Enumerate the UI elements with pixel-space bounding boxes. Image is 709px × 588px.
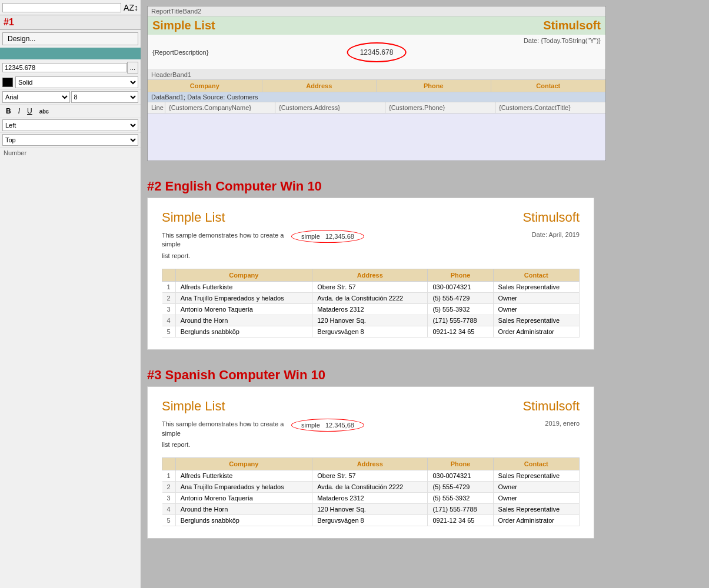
table-row: 2Ana Trujillo Emparedados y heladosAvda.… xyxy=(162,293,580,304)
table-cell: (171) 555-7788 xyxy=(428,315,493,326)
table-cell: Alfreds Futterkiste xyxy=(175,282,312,293)
preview-2-oval: simple 12,345.68 xyxy=(291,230,364,243)
preview-3-desc-1: This sample demonstrates how to create a… xyxy=(162,420,303,438)
preview-2-desc-1: This sample demonstrates how to create a… xyxy=(162,231,303,249)
data-cell-line: Line xyxy=(148,102,165,113)
data-cell-company: {Customers.CompanyName} xyxy=(165,102,275,113)
value-input[interactable] xyxy=(2,63,127,72)
section-2: #2 English Computer Win 10 Simple List S… xyxy=(147,173,703,350)
header-band-label: HeaderBand1 xyxy=(148,70,605,80)
table-3-col-num xyxy=(162,458,176,470)
table-cell: Owner xyxy=(493,493,579,504)
table-cell: Sales Representative xyxy=(493,282,579,293)
table-row: 3Antonio Moreno TaqueríaMataderos 2312(5… xyxy=(162,304,580,315)
table-cell: Alfreds Futterkiste xyxy=(175,470,312,482)
data-cell-address: {Customers.Address} xyxy=(275,102,385,113)
preview-2-table: Company Address Phone Contact 1Alfreds F… xyxy=(162,269,580,338)
table-cell: Order Administrator xyxy=(493,326,579,338)
property-search-input[interactable] xyxy=(2,3,121,12)
left-panel: AZ↕ #1 Design... ... Solid Arial 8 B I U… xyxy=(0,0,141,588)
preview-3-oval-value: 12.345,68 xyxy=(325,422,354,429)
table-row: 5Berglunds snabbköpBerguvsvägen 80921-12… xyxy=(162,326,580,338)
main-area: ReportTitleBand2 Simple List Stimulsoft … xyxy=(141,0,709,588)
preview-3-header: Simple List Stimulsoft xyxy=(162,399,580,414)
table-cell: Ana Trujillo Emparedados y helados xyxy=(175,293,312,304)
table-cell: Sales Representative xyxy=(493,315,579,326)
table-2-col-num xyxy=(162,269,176,282)
table-cell: Avda. de la Constitución 2222 xyxy=(312,293,428,304)
table-cell: Antonio Moreno Taquería xyxy=(175,304,312,315)
table-cell: Around the Horn xyxy=(175,315,312,326)
table-cell: Obere Str. 57 xyxy=(312,282,428,293)
data-band-label: DataBand1; Data Source: Customers xyxy=(148,92,605,102)
bold-button[interactable]: B xyxy=(4,106,14,116)
section-number-1: #1 xyxy=(0,15,141,30)
table-row: 4Around the Horn120 Hanover Sq.(171) 555… xyxy=(162,315,580,326)
table-cell: 5 xyxy=(162,515,176,526)
table-2-col-phone: Phone xyxy=(428,269,493,282)
data-cell-phone: {Customers.Phone} xyxy=(385,102,495,113)
table-cell: Around the Horn xyxy=(175,504,312,515)
table-3-col-address: Address xyxy=(312,458,428,470)
strikethrough-button[interactable]: abc xyxy=(37,107,51,116)
table-cell: Berglunds snabbköp xyxy=(175,326,312,338)
data-cell-contact: {Customers.ContactTitle} xyxy=(495,102,605,113)
preview-3-desc-2: list report. xyxy=(162,440,303,449)
horizontal-align-select[interactable]: Left xyxy=(2,119,138,131)
table-cell: 3 xyxy=(162,493,176,504)
table-row: 1Alfreds FutterkisteObere Str. 57030-007… xyxy=(162,470,580,482)
table-3-col-company: Company xyxy=(175,458,312,470)
header-contact: Contact xyxy=(491,80,606,92)
design-button[interactable]: Design... xyxy=(2,32,138,45)
preview-3-title: Simple List xyxy=(162,399,225,414)
header-phone: Phone xyxy=(377,80,491,92)
table-cell: Berglunds snabbköp xyxy=(175,515,312,526)
preview-2-oval-text: simple xyxy=(301,233,320,240)
vertical-align-select[interactable]: Top xyxy=(2,134,138,146)
value-row: ... xyxy=(0,61,141,75)
number-label: Number xyxy=(0,148,141,158)
section-3-preview: Simple List Stimulsoft This sample demon… xyxy=(147,386,594,539)
table-cell: Mataderos 2312 xyxy=(312,304,428,315)
table-cell: Mataderos 2312 xyxy=(312,493,428,504)
browse-button[interactable]: ... xyxy=(127,62,138,74)
table-3-col-contact: Contact xyxy=(493,458,579,470)
italic-button[interactable]: I xyxy=(16,106,22,116)
table-cell: Owner xyxy=(493,482,579,493)
report-designer: ReportTitleBand2 Simple List Stimulsoft … xyxy=(147,6,606,161)
preview-2-date: Date: April, 2019 xyxy=(532,231,580,238)
color-swatch xyxy=(2,78,13,87)
table-cell: (5) 555-3932 xyxy=(428,493,493,504)
table-3-col-phone: Phone xyxy=(428,458,493,470)
data-row-band: Line {Customers.CompanyName} {Customers.… xyxy=(148,102,605,113)
table-cell: 2 xyxy=(162,293,176,304)
grid-area xyxy=(148,113,605,161)
report-title-band-label: ReportTitleBand2 xyxy=(148,6,605,16)
table-cell: Ana Trujillo Emparedados y helados xyxy=(175,482,312,493)
table-cell: Sales Representative xyxy=(493,470,579,482)
font-row: Arial 8 xyxy=(0,90,141,105)
description-row: {ReportDescription} 12345.678 Date: {Tod… xyxy=(148,35,605,70)
table-cell: (5) 555-4729 xyxy=(428,482,493,493)
header-band: Company Address Phone Contact xyxy=(148,80,605,92)
table-cell: 3 xyxy=(162,304,176,315)
preview-3-oval-text: simple xyxy=(301,422,320,429)
table-cell: 030-0074321 xyxy=(428,470,493,482)
table-cell: Berguvsvägen 8 xyxy=(312,515,428,526)
preview-3-brand: Stimulsoft xyxy=(522,399,580,414)
preview-3-oval: simple 12.345,68 xyxy=(291,419,364,432)
preview-3-desc-row: This sample demonstrates how to create a… xyxy=(162,420,580,452)
underline-button[interactable]: U xyxy=(25,106,35,116)
sort-icon[interactable]: AZ↕ xyxy=(124,3,138,12)
solid-select[interactable]: Solid xyxy=(15,76,138,88)
date-field: Date: {Today.ToString("Y")} xyxy=(524,37,601,44)
table-2-col-contact: Contact xyxy=(493,269,579,282)
table-row: 5Berglunds snabbköpBerguvsvägen 80921-12… xyxy=(162,515,580,526)
format-row: B I U abc xyxy=(0,105,141,118)
font-size-select[interactable]: 8 xyxy=(71,91,139,103)
font-select[interactable]: Arial xyxy=(2,91,70,103)
report-title-right: Stimulsoft xyxy=(543,19,601,32)
table-cell: (5) 555-3932 xyxy=(428,304,493,315)
table-row: 2Ana Trujillo Emparedados y heladosAvda.… xyxy=(162,482,580,493)
section-3-heading: #3 Spanish Computer Win 10 xyxy=(147,362,703,386)
